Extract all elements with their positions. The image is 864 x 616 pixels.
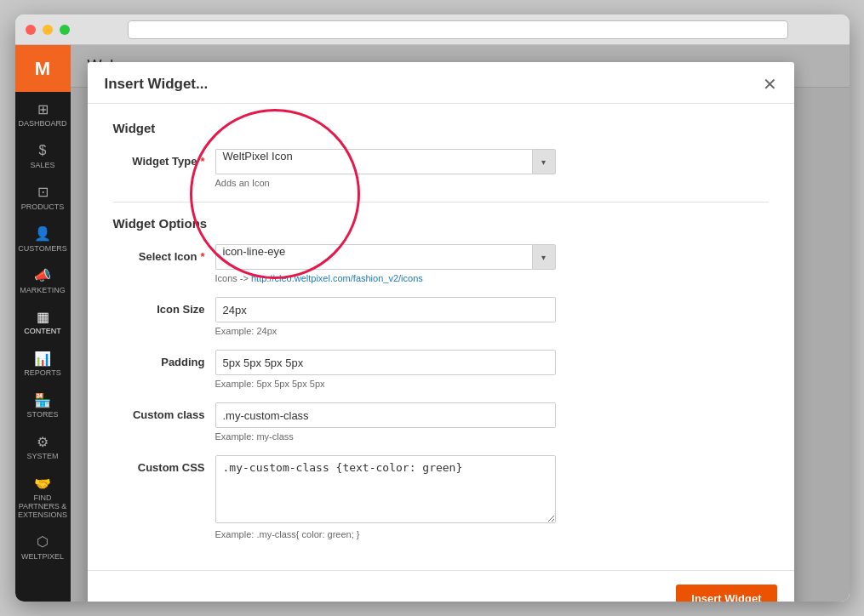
browser-content: M ⊞ DASHBOARD $ SALES ⊡ PRODUCTS 👤 CUSTO… xyxy=(15,45,850,602)
custom-css-textarea[interactable]: .my-custom-class {text-color: green} xyxy=(215,455,556,523)
padding-field-wrap: Example: 5px 5px 5px 5px xyxy=(215,350,769,389)
content-icon: ▦ xyxy=(34,308,51,325)
select-icon-row: Select Icon* icon-line-eye ▾ Icons -> ht… xyxy=(113,244,769,283)
sidebar-item-sales[interactable]: $ SALES xyxy=(15,134,71,175)
custom-class-input[interactable] xyxy=(215,402,556,428)
logo-text: M xyxy=(35,58,50,80)
custom-class-label: Custom class xyxy=(113,402,215,421)
find-partners-icon: 🤝 xyxy=(34,475,51,492)
required-star: * xyxy=(200,155,204,168)
insert-widget-modal: Insert Widget... ✕ Widget Widget Type* xyxy=(88,62,794,602)
select-icon-hint: Icons -> http://cleo.weltpixel.com/fashi… xyxy=(215,273,769,283)
main-content: Wel... Insert Widget... ✕ Widget xyxy=(71,45,850,602)
modal-overlay: Insert Widget... ✕ Widget Widget Type* xyxy=(71,45,850,602)
select-icon-select-wrap: icon-line-eye ▾ xyxy=(215,244,556,270)
sidebar-label-weltpixel: WELTPIXEL xyxy=(21,553,64,562)
weltpixel-icon: ⬡ xyxy=(34,533,51,550)
section-divider xyxy=(113,202,769,202)
sidebar-item-dashboard[interactable]: ⊞ DASHBOARD xyxy=(15,92,71,134)
padding-input[interactable] xyxy=(215,350,556,375)
dashboard-icon: ⊞ xyxy=(34,100,51,117)
magento-logo: M xyxy=(15,45,71,92)
widget-type-label: Widget Type* xyxy=(113,149,215,168)
browser-titlebar xyxy=(15,14,850,45)
padding-label: Padding xyxy=(113,350,215,368)
widget-type-field-wrap: WeltPixel Icon ▾ Adds an Icon xyxy=(215,149,769,188)
sidebar: M ⊞ DASHBOARD $ SALES ⊡ PRODUCTS 👤 CUSTO… xyxy=(15,45,71,602)
sidebar-item-find-partners[interactable]: 🤝 FIND PARTNERS & EXTENSIONS xyxy=(15,466,71,525)
sidebar-label-marketing: MARKETING xyxy=(20,287,66,295)
widget-type-select-dropdown-btn[interactable]: ▾ xyxy=(532,149,556,174)
system-icon: ⚙ xyxy=(34,433,51,450)
insert-widget-button[interactable]: Insert Widget xyxy=(676,585,776,602)
modal-close-button[interactable]: ✕ xyxy=(763,76,777,93)
widget-options-section-heading: Widget Options xyxy=(113,216,769,231)
minimize-button[interactable] xyxy=(43,25,53,35)
sales-icon: $ xyxy=(34,142,51,159)
custom-css-hint: Example: .my-class{ color: green; } xyxy=(215,529,769,539)
modal-header: Insert Widget... ✕ xyxy=(88,62,794,104)
marketing-icon: 📣 xyxy=(34,267,51,284)
widget-type-row: Widget Type* WeltPixel Icon ▾ Adds an Ic… xyxy=(113,149,769,188)
modal-title: Insert Widget... xyxy=(105,76,209,93)
sidebar-item-system[interactable]: ⚙ SYSTEM xyxy=(15,425,71,466)
sidebar-label-system: SYSTEM xyxy=(26,453,58,461)
icon-size-field-wrap: Example: 24px xyxy=(215,297,769,336)
icon-size-hint: Example: 24px xyxy=(215,326,769,336)
select-icon-dropdown-btn[interactable]: ▾ xyxy=(532,244,556,270)
products-icon: ⊡ xyxy=(34,184,51,201)
sidebar-label-content: CONTENT xyxy=(24,328,61,336)
custom-css-row: Custom CSS .my-custom-class {text-color:… xyxy=(113,455,769,539)
modal-footer: Insert Widget xyxy=(88,570,794,602)
sidebar-item-stores[interactable]: 🏪 STORES xyxy=(15,383,71,425)
stores-icon: 🏪 xyxy=(34,391,51,408)
select-icon-hint-link[interactable]: http://cleo.weltpixel.com/fashion_v2/ico… xyxy=(251,273,423,283)
sidebar-label-products: PRODUCTS xyxy=(21,203,65,212)
address-bar[interactable] xyxy=(128,20,788,39)
reports-icon: 📊 xyxy=(34,350,51,367)
sidebar-item-marketing[interactable]: 📣 MARKETING xyxy=(15,259,71,300)
sidebar-item-weltpixel[interactable]: ⬡ WELTPIXEL xyxy=(15,525,71,567)
select-icon-field-wrap: icon-line-eye ▾ Icons -> http://cleo.wel… xyxy=(215,244,769,283)
sidebar-label-sales: SALES xyxy=(30,162,54,170)
sidebar-label-reports: REPORTS xyxy=(24,369,60,378)
custom-class-field-wrap: Example: my-class xyxy=(215,402,769,442)
custom-class-hint: Example: my-class xyxy=(215,431,769,442)
select-icon-select-input[interactable]: icon-line-eye xyxy=(215,244,532,270)
customers-icon: 👤 xyxy=(34,225,51,242)
sidebar-item-reports[interactable]: 📊 REPORTS xyxy=(15,341,71,383)
custom-css-field-wrap: .my-custom-class {text-color: green} Exa… xyxy=(215,455,769,539)
icon-size-label: Icon Size xyxy=(113,297,215,316)
custom-class-row: Custom class Example: my-class xyxy=(113,402,769,442)
select-icon-label: Select Icon* xyxy=(113,244,215,263)
select-icon-required-star: * xyxy=(200,250,204,263)
padding-hint: Example: 5px 5px 5px 5px xyxy=(215,379,769,389)
sidebar-item-content[interactable]: ▦ CONTENT xyxy=(15,299,71,341)
widget-section-heading: Widget xyxy=(113,121,769,135)
padding-row: Padding Example: 5px 5px 5px 5px xyxy=(113,350,769,389)
modal-body: Widget Widget Type* WeltPixel Icon ▾ xyxy=(88,104,794,570)
maximize-button[interactable] xyxy=(60,25,70,35)
widget-type-select-wrap: WeltPixel Icon ▾ xyxy=(215,149,556,174)
sidebar-item-products[interactable]: ⊡ PRODUCTS xyxy=(15,175,71,217)
sidebar-label-customers: CUSTOMERS xyxy=(18,245,66,254)
sidebar-label-find-partners: FIND PARTNERS & EXTENSIONS xyxy=(18,494,67,520)
close-button[interactable] xyxy=(26,25,36,35)
custom-css-label: Custom CSS xyxy=(113,455,215,474)
sidebar-item-customers[interactable]: 👤 CUSTOMERS xyxy=(15,217,71,259)
browser-window: M ⊞ DASHBOARD $ SALES ⊡ PRODUCTS 👤 CUSTO… xyxy=(15,14,850,602)
widget-type-hint: Adds an Icon xyxy=(215,178,769,188)
sidebar-label-stores: STORES xyxy=(27,411,59,419)
widget-type-select-input[interactable]: WeltPixel Icon xyxy=(215,149,532,174)
sidebar-label-dashboard: DASHBOARD xyxy=(19,120,67,128)
icon-size-input[interactable] xyxy=(215,297,556,322)
icon-size-row: Icon Size Example: 24px xyxy=(113,297,769,336)
